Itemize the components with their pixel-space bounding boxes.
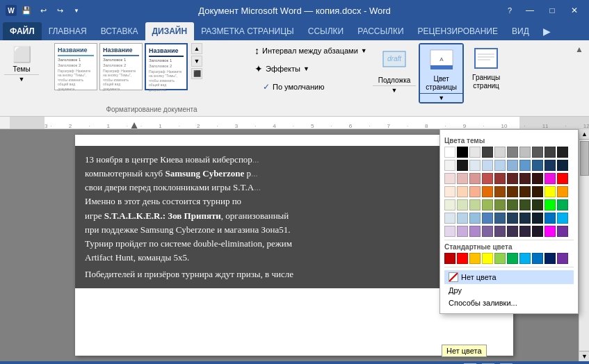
tc-r4c3[interactable] bbox=[469, 186, 481, 197]
tab-design[interactable]: ДИЗАЙН bbox=[145, 22, 195, 40]
tc-r3c5[interactable] bbox=[494, 173, 506, 184]
redo-quick-btn[interactable]: ↪ bbox=[53, 3, 67, 17]
qa-dropdown-btn[interactable]: ▼ bbox=[70, 3, 83, 17]
tc-r3c2[interactable] bbox=[457, 173, 468, 184]
watermark-btn-arrow[interactable]: ▼ bbox=[373, 85, 417, 94]
tc-r3c6[interactable] bbox=[507, 173, 518, 184]
color-lt-gray[interactable] bbox=[469, 147, 481, 158]
effects-dropdown[interactable]: ▼ bbox=[303, 65, 309, 72]
sc-2[interactable] bbox=[457, 253, 468, 264]
sc-7[interactable] bbox=[519, 253, 531, 264]
tab-view[interactable]: ВИД bbox=[505, 22, 536, 40]
tc-r2c2[interactable] bbox=[457, 160, 468, 171]
maximize-btn[interactable]: □ bbox=[543, 3, 561, 17]
tc-r6c8[interactable] bbox=[532, 213, 543, 224]
other-colors-item[interactable]: Дру bbox=[444, 284, 574, 297]
color-dk-gray[interactable] bbox=[482, 147, 493, 158]
tc-r5c2[interactable] bbox=[457, 199, 468, 210]
page-color-btn-arrow[interactable]: ▼ bbox=[419, 93, 463, 103]
tc-r4c1[interactable] bbox=[444, 186, 455, 197]
tab-review[interactable]: РЕЦЕНЗИРОВАНИЕ bbox=[411, 22, 505, 40]
tc-r4c2[interactable] bbox=[457, 186, 468, 197]
sc-9[interactable] bbox=[544, 253, 556, 264]
color-gray21[interactable] bbox=[557, 147, 568, 158]
tc-r5c4[interactable] bbox=[482, 199, 493, 210]
tc-r5c10[interactable] bbox=[557, 199, 568, 210]
tc-r7c9[interactable] bbox=[544, 226, 556, 237]
tc-r7c10[interactable] bbox=[557, 226, 568, 237]
tc-r6c1[interactable] bbox=[444, 213, 455, 224]
tc-r3c1[interactable] bbox=[444, 173, 455, 184]
color-silver[interactable] bbox=[519, 147, 531, 158]
color-lt-gray2[interactable] bbox=[494, 147, 506, 158]
tc-r5c9[interactable] bbox=[544, 199, 556, 210]
tc-r6c5[interactable] bbox=[494, 213, 506, 224]
tc-r6c4[interactable] bbox=[482, 213, 493, 224]
tc-r7c2[interactable] bbox=[457, 226, 468, 237]
scroll-up-btn[interactable]: ▲ bbox=[579, 129, 589, 140]
page-color-btn[interactable]: A Цветстраницы ▼ bbox=[419, 43, 464, 104]
tc-r3c7[interactable] bbox=[519, 173, 531, 184]
color-gray59[interactable] bbox=[532, 147, 543, 158]
watermark-btn[interactable]: draft Подложка ▼ bbox=[373, 43, 417, 94]
tc-r3c3[interactable] bbox=[469, 173, 481, 184]
tc-r3c8[interactable] bbox=[532, 173, 543, 184]
tc-r4c7[interactable] bbox=[519, 186, 531, 197]
tc-r4c9[interactable] bbox=[544, 186, 556, 197]
tab-home[interactable]: ГЛАВНАЯ bbox=[42, 22, 94, 40]
tab-more[interactable]: ▶ bbox=[536, 22, 558, 40]
tc-r4c6[interactable] bbox=[507, 186, 518, 197]
tab-layout[interactable]: РАЗМЕТКА СТРАНИЦЫ bbox=[194, 22, 301, 40]
tab-mailings[interactable]: РАССЫЛКИ bbox=[350, 22, 410, 40]
tc-r2c4[interactable] bbox=[482, 160, 493, 171]
tc-r7c4[interactable] bbox=[482, 226, 493, 237]
minimize-btn[interactable]: — bbox=[521, 3, 539, 17]
sc-4[interactable] bbox=[482, 253, 493, 264]
tc-r2c9[interactable] bbox=[544, 160, 556, 171]
tc-r5c6[interactable] bbox=[507, 199, 518, 210]
tc-r5c8[interactable] bbox=[532, 199, 543, 210]
page-color-btn-top[interactable]: A Цветстраницы bbox=[419, 44, 463, 93]
themes-btn[interactable]: ⬜ Темы ▼ bbox=[4, 43, 39, 83]
tc-r7c1[interactable] bbox=[444, 226, 455, 237]
tc-r3c10[interactable] bbox=[557, 173, 568, 184]
sc-3[interactable] bbox=[469, 253, 481, 264]
tab-insert[interactable]: ВСТАВКА bbox=[94, 22, 145, 40]
page-borders-btn[interactable]: Границыстраниц bbox=[467, 43, 506, 92]
color-gray40[interactable] bbox=[544, 147, 556, 158]
help-btn[interactable]: ? bbox=[503, 3, 517, 17]
format-preview-3[interactable]: Название Заголовок 1 Заголовок 2 Парагра… bbox=[145, 43, 188, 90]
tc-r2c6[interactable] bbox=[507, 160, 518, 171]
scroll-down-btn[interactable]: ▼ bbox=[579, 351, 589, 361]
scroll-thumb[interactable] bbox=[580, 141, 589, 176]
tc-r6c7[interactable] bbox=[519, 213, 531, 224]
sc-6[interactable] bbox=[507, 253, 518, 264]
effects-btn[interactable]: ✦ Эффекты ▼ bbox=[250, 61, 314, 76]
tc-r4c4[interactable] bbox=[482, 186, 493, 197]
page-borders-btn-top[interactable]: Границыстраниц bbox=[467, 43, 506, 92]
save-quick-btn[interactable]: 💾 bbox=[19, 3, 33, 17]
tc-r3c4[interactable] bbox=[482, 173, 493, 184]
tc-r2c10[interactable] bbox=[557, 160, 568, 171]
watermark-btn-top[interactable]: draft Подложка bbox=[373, 43, 417, 85]
format-preview-1[interactable]: Название Заголовок 1 Заголовок 2 Парагра… bbox=[54, 43, 97, 90]
color-white[interactable] bbox=[444, 147, 455, 158]
sc-5[interactable] bbox=[494, 253, 506, 264]
tc-r6c10[interactable] bbox=[557, 213, 568, 224]
spacing-dropdown[interactable]: ▼ bbox=[361, 47, 367, 54]
format-preview-2[interactable]: Название Заголовок 1 Заголовок 2 Парагра… bbox=[99, 43, 143, 90]
no-color-item[interactable]: Нет цвета bbox=[444, 270, 574, 284]
scroll-track[interactable] bbox=[579, 140, 589, 351]
color-mid-gray[interactable] bbox=[507, 147, 518, 158]
tc-r5c7[interactable] bbox=[519, 199, 531, 210]
tab-references[interactable]: ССЫЛКИ bbox=[301, 22, 350, 40]
themes-btn-top[interactable]: ⬜ Темы bbox=[4, 43, 39, 74]
themes-btn-arrow[interactable]: ▼ bbox=[4, 74, 39, 83]
tc-r6c6[interactable] bbox=[507, 213, 518, 224]
tc-r7c8[interactable] bbox=[532, 226, 543, 237]
tc-r7c3[interactable] bbox=[469, 226, 481, 237]
fill-methods-item[interactable]: Способы заливки... bbox=[444, 297, 574, 309]
tc-r2c5[interactable] bbox=[494, 160, 506, 171]
tc-r2c3[interactable] bbox=[469, 160, 481, 171]
tc-r4c10[interactable] bbox=[557, 186, 568, 197]
